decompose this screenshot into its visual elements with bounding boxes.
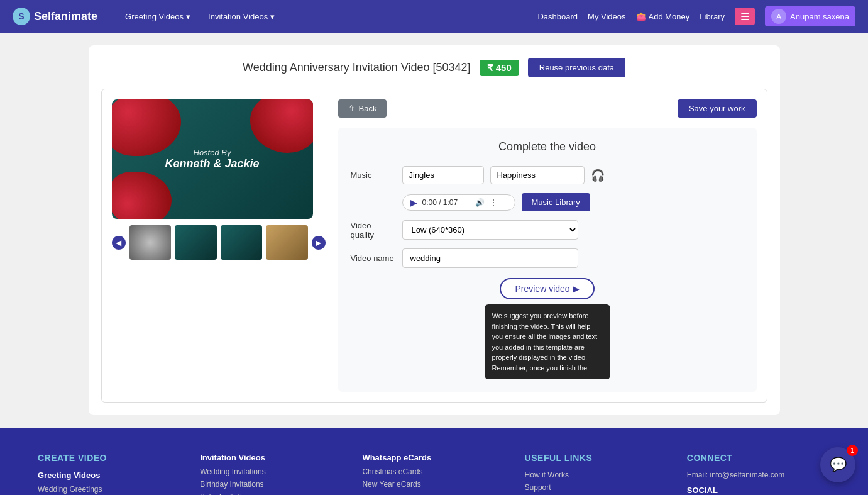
audio-divider: — — [463, 198, 470, 207]
back-button[interactable]: ⇧ Back — [338, 99, 387, 118]
name-controls — [402, 248, 744, 268]
chat-widget[interactable]: 💬 1 — [820, 447, 855, 482]
names-text: Kenneth & Jackie — [165, 157, 259, 170]
page-title: Wedding Anniversary Invitation Video [50… — [243, 61, 471, 74]
music-type-select[interactable]: Jingles — [402, 166, 484, 184]
footer-create-title: CREATE VIDEO — [38, 453, 181, 463]
nav-right: Dashboard My Videos 👛 Add Money Library … — [537, 6, 855, 26]
more-icon[interactable]: ⋮ — [490, 198, 497, 207]
preview-tooltip: We suggest you preview before finishing … — [485, 304, 610, 379]
footer: CREATE VIDEO Greeting Videos Wedding Gre… — [0, 428, 868, 495]
navbar: S Selfanimate Greeting Videos ▾ Invitati… — [0, 0, 868, 33]
right-panel: ⇧ Back Save your work Complete the video… — [338, 99, 757, 392]
play-button[interactable]: ▶ — [410, 197, 417, 208]
main-wrapper: Wedding Anniversary Invitation Video [50… — [0, 33, 868, 428]
nav-dashboard[interactable]: Dashboard — [537, 12, 578, 21]
preview-video-button[interactable]: Preview video ▶ — [500, 278, 594, 299]
price-badge: ₹ 450 — [480, 60, 519, 76]
music-row: Music Jingles Happiness 🎧 — [351, 166, 744, 184]
nav-links: Greeting Videos ▾ Invitation Videos ▾ — [116, 0, 537, 33]
headphone-icon: 🎧 — [591, 169, 605, 182]
footer-col-greeting: CREATE VIDEO Greeting Videos Wedding Gre… — [38, 453, 181, 495]
footer-link-christmas-ecards[interactable]: Christmas eCards — [362, 467, 505, 476]
nav-invitation-videos[interactable]: Invitation Videos ▾ — [199, 0, 283, 33]
avatar: A — [771, 9, 786, 24]
reuse-previous-button[interactable]: Reuse previous data — [528, 58, 625, 77]
footer-link-newyear-ecards[interactable]: New Year eCards — [362, 480, 505, 489]
footer-col-connect: CONNECT Email: info@selfanimate.com SOCI… — [687, 453, 830, 495]
thumbnail-2[interactable] — [175, 225, 217, 260]
footer-link-wedding-greetings[interactable]: Wedding Greetings — [38, 485, 181, 494]
nav-user-menu[interactable]: A Anupam saxena — [765, 6, 855, 26]
quality-select[interactable]: Low (640*360) — [402, 220, 578, 240]
nav-my-videos[interactable]: My Videos — [588, 12, 625, 21]
nav-logo[interactable]: S Selfanimate — [13, 8, 97, 25]
footer-link-support[interactable]: Support — [525, 483, 668, 492]
rose-decoration-bl — [112, 172, 172, 219]
content-card: Wedding Anniversary Invitation Video [50… — [89, 45, 780, 415]
nav-greeting-videos[interactable]: Greeting Videos ▾ — [116, 0, 199, 33]
volume-icon[interactable]: 🔊 — [475, 198, 485, 207]
footer-link-wedding-invitations[interactable]: Wedding Invitations — [200, 467, 343, 476]
footer-col-useful: USEFUL LINKS How it Works Support Custom… — [525, 453, 668, 495]
footer-col-invitation: Invitation Videos Wedding Invitations Bi… — [200, 453, 343, 495]
footer-link-baby-invitations[interactable]: Baby Invitations — [200, 492, 343, 495]
quality-label: Video quality — [351, 221, 395, 240]
music-mood-select[interactable]: Happiness — [490, 166, 585, 184]
video-text-overlay: Hosted By Kenneth & Jackie — [165, 148, 259, 170]
rose-decoration-tr — [250, 99, 313, 153]
complete-panel: Complete the video Music Jingles Happine… — [338, 128, 757, 392]
chat-badge: 1 — [847, 445, 858, 456]
wallet-icon: 👛 — [636, 12, 646, 21]
audio-player-row: ▶ 0:00 / 1:07 — 🔊 ⋮ Music Library — [351, 193, 744, 211]
complete-title: Complete the video — [351, 140, 744, 153]
hosted-by-text: Hosted By — [165, 148, 259, 157]
footer-social-title: SOCIAL — [687, 486, 830, 495]
thumbnail-4[interactable] — [266, 225, 308, 260]
thumb-prev-button[interactable]: ◀ — [112, 236, 126, 250]
audio-player: ▶ 0:00 / 1:07 — 🔊 ⋮ — [402, 194, 515, 211]
footer-greeting-title: Greeting Videos — [38, 470, 181, 480]
thumb-next-button[interactable]: ▶ — [312, 236, 326, 250]
footer-useful-title: USEFUL LINKS — [525, 453, 668, 463]
play-icon: ▶ — [573, 284, 580, 294]
footer-ecards-title: Whatsapp eCards — [362, 453, 505, 462]
back-save-row: ⇧ Back Save your work — [338, 99, 757, 118]
thumbnail-1[interactable] — [129, 225, 172, 260]
footer-invitation-title: Invitation Videos — [200, 453, 343, 462]
name-label: Video name — [351, 253, 395, 263]
save-work-button[interactable]: Save your work — [678, 99, 757, 118]
music-controls: Jingles Happiness 🎧 — [402, 166, 744, 184]
nav-toggle-button[interactable]: ☰ — [735, 8, 755, 25]
name-row: Video name — [351, 248, 744, 268]
audio-time: 0:00 / 1:07 — [422, 198, 458, 207]
chat-icon: 💬 — [830, 457, 847, 473]
footer-grid: CREATE VIDEO Greeting Videos Wedding Gre… — [38, 453, 830, 495]
footer-email: Email: info@selfanimate.com — [687, 470, 830, 479]
thumbnail-3[interactable] — [221, 225, 263, 260]
thumbnail-row: ◀ ▶ — [112, 225, 326, 260]
music-label: Music — [351, 170, 395, 180]
nav-library[interactable]: Library — [700, 12, 725, 21]
editor-area: Hosted By Kenneth & Jackie ◀ ▶ — [101, 89, 767, 403]
quality-controls: Low (640*360) — [402, 220, 744, 240]
footer-connect-title: CONNECT — [687, 453, 830, 463]
chevron-down-icon: ▾ — [270, 12, 275, 21]
footer-col-ecards: Whatsapp eCards Christmas eCards New Yea… — [362, 453, 505, 495]
audio-controls: ▶ 0:00 / 1:07 — 🔊 ⋮ Music Library — [402, 193, 744, 211]
main-video-preview: Hosted By Kenneth & Jackie — [112, 99, 313, 219]
user-name: Anupam saxena — [790, 12, 849, 21]
quality-row: Video quality Low (640*360) — [351, 220, 744, 240]
title-row: Wedding Anniversary Invitation Video [50… — [101, 58, 767, 77]
chevron-down-icon: ▾ — [186, 12, 190, 21]
video-name-input[interactable] — [402, 248, 578, 268]
footer-link-birthday-invitations[interactable]: Birthday Invitations — [200, 480, 343, 489]
logo-icon: S — [13, 8, 30, 25]
left-panel: Hosted By Kenneth & Jackie ◀ ▶ — [112, 99, 326, 392]
footer-link-how-it-works[interactable]: How it Works — [525, 470, 668, 479]
back-icon: ⇧ — [348, 104, 355, 113]
logo-text: Selfanimate — [34, 10, 97, 23]
music-library-button[interactable]: Music Library — [522, 193, 590, 211]
nav-add-money[interactable]: 👛 Add Money — [636, 12, 690, 21]
